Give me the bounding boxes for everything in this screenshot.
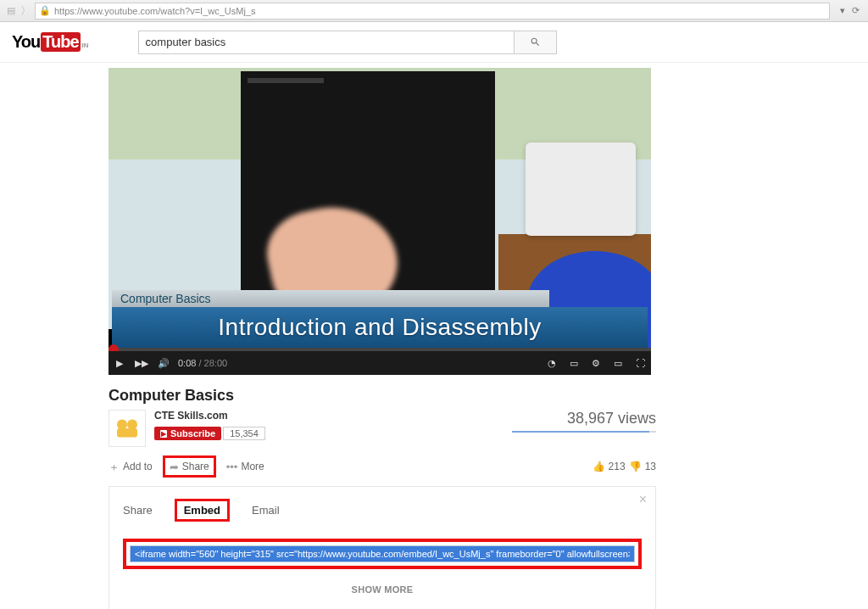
dislike-count: 13 (645, 461, 656, 472)
channel-avatar-icon (112, 413, 142, 444)
browser-address-bar: ▤ 〉 🔒 https://www.youtube.com/watch?v=I_… (0, 0, 868, 22)
addto-button[interactable]: ＋ Add to (108, 461, 153, 472)
video-meta-row: CTE Skills.com Subscribe 15,354 38,967 v… (108, 410, 656, 447)
url-input[interactable]: 🔒 https://www.youtube.com/watch?v=I_wc_U… (35, 3, 830, 20)
subscribe-button[interactable]: Subscribe (154, 427, 221, 440)
fullscreen-icon[interactable]: ⛶ (629, 351, 651, 375)
search-icon (530, 36, 541, 47)
share-button[interactable]: ➦ Share (163, 455, 216, 478)
video-title: Computer Basics (108, 387, 656, 405)
share-icon: ➦ (170, 461, 179, 472)
time-display: 0:08 / 28:00 (178, 358, 227, 368)
next-button[interactable]: ▶▶ (131, 351, 153, 375)
share-label: Share (182, 461, 209, 472)
player-controls: ▶ ▶▶ 🔊 0:08 / 28:00 ◔ ▭ ⚙ ▭ ⛶ (108, 351, 651, 375)
svg-point-1 (127, 420, 137, 430)
dropdown-icon[interactable]: ▾ (840, 5, 845, 16)
site-header: YouTubeIN (0, 22, 868, 63)
tab-embed[interactable]: Embed (175, 499, 230, 522)
like-icon[interactable]: 👍 (593, 461, 605, 472)
video-caption-small: Computer Basics (112, 290, 549, 307)
embed-code-input[interactable] (130, 545, 635, 562)
subscriber-count: 15,354 (223, 427, 265, 440)
play-button[interactable]: ▶ (108, 351, 131, 375)
dislike-icon[interactable]: 👎 (629, 461, 642, 472)
youtube-logo[interactable]: YouTubeIN (12, 32, 89, 52)
reload-icon[interactable]: ⟳ (852, 5, 860, 16)
plus-icon: ＋ (108, 461, 120, 472)
tab-email[interactable]: Email (252, 504, 280, 517)
captions-icon[interactable]: ▭ (563, 351, 585, 375)
chevron-right-icon: 〉 (20, 3, 31, 19)
channel-avatar[interactable] (108, 410, 146, 447)
page-identity-icon: ▤ (3, 3, 19, 19)
share-panel: × Share Embed Email SHOW MORE (108, 486, 656, 609)
watch-later-icon[interactable]: ◔ (541, 351, 563, 375)
svg-rect-2 (117, 428, 137, 438)
volume-button[interactable]: 🔊 (153, 351, 175, 375)
settings-icon[interactable]: ⚙ (585, 351, 607, 375)
search-input[interactable] (138, 31, 515, 54)
theater-icon[interactable]: ▭ (607, 351, 629, 375)
likes-ratio-bar (512, 431, 656, 433)
like-count: 213 (609, 461, 626, 472)
close-icon[interactable]: × (639, 492, 647, 507)
addto-label: Add to (123, 461, 153, 472)
more-icon: ••• (226, 461, 238, 472)
tab-share[interactable]: Share (123, 504, 153, 517)
url-text: https://www.youtube.com/watch?v=I_wc_UsM… (54, 6, 256, 16)
view-count: 38,967 views (512, 410, 656, 427)
video-caption-large: Introduction and Disassembly (112, 307, 648, 348)
video-frame: Computer Basics Introduction and Disasse… (108, 68, 651, 348)
more-button[interactable]: ••• More (226, 461, 264, 472)
search-button[interactable] (515, 31, 557, 54)
channel-name[interactable]: CTE Skills.com (154, 410, 512, 422)
more-label: More (241, 461, 264, 472)
video-actions: ＋ Add to ➦ Share ••• More 👍 213 👎 13 (108, 455, 656, 478)
show-more-button[interactable]: SHOW MORE (123, 584, 642, 595)
svg-point-0 (117, 420, 127, 430)
lock-icon: 🔒 (39, 5, 51, 16)
video-player[interactable]: Computer Basics Introduction and Disasse… (108, 68, 651, 375)
embed-code-box (123, 539, 642, 569)
